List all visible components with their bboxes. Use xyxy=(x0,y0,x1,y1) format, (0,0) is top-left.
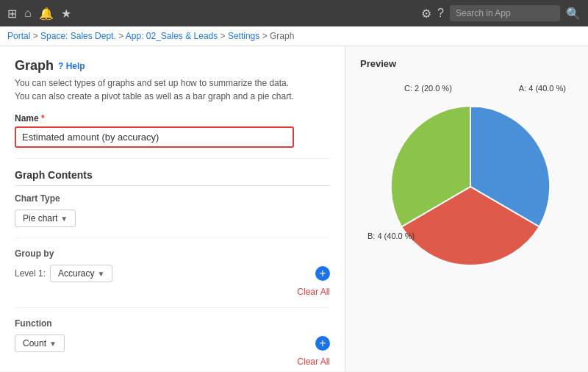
group-by-label: Group by xyxy=(15,248,330,259)
breadcrumb-settings[interactable]: Settings xyxy=(228,31,259,41)
name-label: Name * xyxy=(15,113,330,124)
right-panel: Preview A: 4 (40.0 %) B: 4 (40.0 %) C: 2… xyxy=(345,46,588,371)
level1-row: Level 1: Accuracy ▼ xyxy=(15,265,112,282)
home-icon[interactable]: ⌂ xyxy=(24,7,32,20)
name-section: Name * xyxy=(15,113,330,159)
pie-chart-area: A: 4 (40.0 %) B: 4 (40.0 %) C: 2 (20.0 %… xyxy=(360,76,573,285)
breadcrumb-current: Graph xyxy=(270,31,294,41)
preview-title: Preview xyxy=(360,58,573,69)
group-by-clear-all[interactable]: Clear All xyxy=(15,287,330,297)
label-b: B: 4 (40.0 %) xyxy=(368,232,415,240)
page-description: You can select types of graphs and set u… xyxy=(15,76,330,103)
pie-chart-svg xyxy=(375,91,566,282)
function-label: Function xyxy=(15,318,330,329)
function-section: Function Count ▼ + Clear All xyxy=(15,318,330,371)
label-a: A: 4 (40.0 %) xyxy=(519,84,566,93)
chart-type-label: Chart Type xyxy=(15,193,330,204)
help-icon[interactable]: ? xyxy=(437,7,444,20)
search-icon[interactable]: 🔍 xyxy=(566,7,581,21)
level1-select[interactable]: Accuracy ▼ xyxy=(50,265,112,282)
left-panel: Graph ? Help You can select types of gra… xyxy=(0,46,345,371)
function-row: Count ▼ + xyxy=(15,335,330,352)
function-add-button[interactable]: + xyxy=(315,336,330,351)
chart-type-section: Chart Type Pie chart ▼ xyxy=(15,193,330,238)
page-title: Graph ? Help xyxy=(15,58,330,74)
breadcrumb: Portal > Space: Sales Dept. > App: 02_Sa… xyxy=(0,26,588,46)
star-icon[interactable]: ★ xyxy=(61,7,71,21)
group-by-section: Group by Level 1: Accuracy ▼ + Clear All xyxy=(15,248,330,308)
search-input[interactable] xyxy=(450,5,560,21)
chart-type-select[interactable]: Pie chart ▼ xyxy=(15,210,76,227)
grid-icon[interactable]: ⊞ xyxy=(7,7,17,21)
function-clear-all[interactable]: Clear All xyxy=(15,357,330,367)
breadcrumb-space[interactable]: Space: Sales Dept. xyxy=(40,31,116,41)
topbar-left: ⊞ ⌂ 🔔 ★ xyxy=(7,7,71,21)
chevron-down-icon: ▼ xyxy=(97,270,104,278)
gear-icon[interactable]: ⚙ xyxy=(421,7,431,21)
chevron-down-icon: ▼ xyxy=(60,215,68,223)
function-select[interactable]: Count ▼ xyxy=(15,335,65,352)
chevron-down-icon: ▼ xyxy=(49,340,57,348)
group-by-add-button[interactable]: + xyxy=(315,266,330,281)
group-by-row: Level 1: Accuracy ▼ + xyxy=(15,265,330,282)
topbar-right: ⚙ ? 🔍 xyxy=(421,5,581,21)
required-mark: * xyxy=(41,113,45,124)
breadcrumb-app[interactable]: App: 02_Sales & Leads xyxy=(126,31,218,41)
label-c: C: 2 (20.0 %) xyxy=(404,84,452,93)
name-input[interactable] xyxy=(15,126,294,148)
topbar: ⊞ ⌂ 🔔 ★ ⚙ ? 🔍 xyxy=(0,0,588,26)
help-link[interactable]: ? Help xyxy=(58,61,85,71)
bell-icon[interactable]: 🔔 xyxy=(39,7,54,21)
graph-contents-title: Graph Contents xyxy=(15,169,330,186)
main-content: Graph ? Help You can select types of gra… xyxy=(0,46,588,371)
breadcrumb-portal[interactable]: Portal xyxy=(7,31,30,41)
